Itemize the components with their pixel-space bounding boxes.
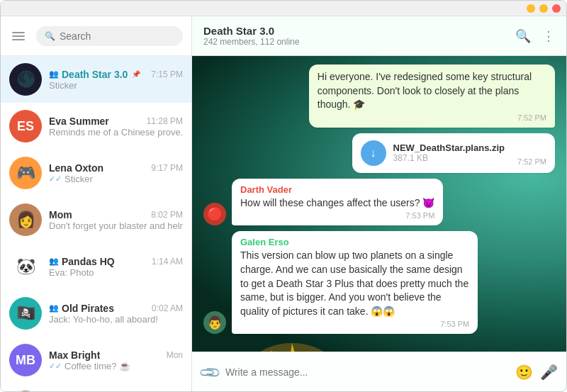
- maximize-button[interactable]: [539, 4, 548, 13]
- file-info: NEW_DeathStar.plans.zip 387.1 KB: [393, 142, 505, 163]
- chat-info: Eva Summer 11:28 PM Reminds me of a Chin…: [49, 116, 183, 138]
- chat-item[interactable]: ES Eva Summer 11:28 PM Reminds me of a C…: [1, 103, 191, 150]
- search-box[interactable]: 🔍: [36, 26, 183, 46]
- chat-name: Max Bright: [49, 349, 100, 361]
- search-header-icon[interactable]: 🔍: [515, 28, 531, 44]
- chat-top: 👥Pandas HQ 1:14 AM: [49, 256, 183, 267]
- search-icon: 🔍: [45, 31, 55, 41]
- avatar: MB: [9, 344, 42, 376]
- chat-item[interactable]: 🎮 Lena Oxton 9:17 PM ✓✓ Sticker: [1, 150, 191, 196]
- file-size: 387.1 KB: [393, 153, 505, 163]
- chat-header-actions: 🔍 ⋮: [515, 28, 555, 44]
- avatar: 🌑: [9, 63, 42, 96]
- file-bubble: ↓ NEW_DeathStar.plans.zip 387.1 KB 7:52 …: [352, 133, 555, 173]
- chat-top: Eva Summer 11:28 PM: [49, 116, 183, 127]
- avatar: 🏴‍☠️: [9, 297, 42, 330]
- chat-name: Lena Oxton: [49, 162, 103, 174]
- attach-icon[interactable]: 📎: [197, 359, 222, 384]
- message-input[interactable]: [225, 366, 508, 378]
- chat-time: 1:14 AM: [152, 257, 183, 267]
- message-text: This version can blow up two planets on …: [240, 249, 469, 318]
- chat-top: Mom 8:02 PM: [49, 209, 183, 220]
- chat-header-info: Death Star 3.0 242 members, 112 online: [203, 25, 507, 47]
- app-container: 🔍 🌑 👥Death Star 3.0📌 7:15 PM Sticker ES …: [1, 16, 566, 391]
- chat-info: 👥Death Star 3.0📌 7:15 PM Sticker: [49, 69, 183, 91]
- group-icon: 👥: [49, 303, 59, 313]
- menu-icon[interactable]: [9, 29, 28, 43]
- message-time: 7:52 PM: [517, 157, 546, 166]
- file-name: NEW_DeathStar.plans.zip: [393, 142, 505, 153]
- chat-item[interactable]: 🏴‍☠️ 👥Old Pirates 0:02 AM Jack: Yo-ho-ho…: [1, 290, 191, 337]
- chat-preview: Eva: Photo: [49, 267, 183, 278]
- chat-name: 👥Pandas HQ: [49, 256, 115, 267]
- chat-time: 8:02 PM: [151, 210, 183, 220]
- chat-name: Mom: [49, 209, 72, 220]
- chat-item[interactable]: 👩 Mom 8:02 PM Don't forget your blaster …: [1, 196, 191, 243]
- chat-item[interactable]: 🐼 👥Pandas HQ 1:14 AM Eva: Photo: [1, 243, 191, 290]
- chat-preview: Jack: Yo-ho-ho, all aboard!: [49, 314, 183, 325]
- message-time: 7:53 PM: [240, 320, 469, 328]
- chat-preview: ✓✓ Coffee time? ☕: [49, 361, 183, 371]
- menu-line: [12, 35, 25, 37]
- chat-time: 0:02 AM: [152, 303, 183, 313]
- chat-name: Eva Summer: [49, 116, 109, 127]
- chat-preview: ✓✓ Sticker: [49, 174, 183, 184]
- message-row: 👨 Galen Erso This version can blow up tw…: [203, 231, 555, 334]
- chat-time: 7:15 PM: [151, 69, 183, 79]
- title-bar-controls: [527, 4, 561, 13]
- chat-info: Max Bright Mon ✓✓ Coffee time? ☕: [49, 349, 183, 371]
- mic-icon[interactable]: 🎤: [540, 364, 558, 381]
- message-bubble: Darth Vader How will these changes affec…: [232, 179, 443, 226]
- avatar: 🐼: [9, 250, 42, 283]
- message-bubble: Galen Erso This version can blow up two …: [232, 231, 478, 334]
- sticker-bubble: [232, 340, 352, 352]
- menu-line: [12, 32, 25, 33]
- message-time: 7:53 PM: [240, 211, 434, 220]
- message-row: Hi everyone. I've redesigned some key st…: [203, 65, 555, 128]
- message-sender: Galen Erso: [240, 237, 469, 247]
- avatar: 👤: [9, 391, 42, 391]
- chat-top: 👥Old Pirates 0:02 AM: [49, 303, 183, 314]
- chat-name: 👥Death Star 3.0📌: [49, 69, 140, 80]
- pin-icon: 📌: [132, 70, 140, 78]
- menu-line: [12, 39, 25, 40]
- chat-time: 11:28 PM: [147, 116, 183, 126]
- window-frame: 🔍 🌑 👥Death Star 3.0📌 7:15 PM Sticker ES …: [0, 0, 567, 392]
- minimize-button[interactable]: [527, 4, 535, 13]
- chat-info: 👥Pandas HQ 1:14 AM Eva: Photo: [49, 256, 183, 278]
- chat-top: Lena Oxton 9:17 PM: [49, 162, 183, 174]
- chat-item[interactable]: 🌑 👥Death Star 3.0📌 7:15 PM Sticker: [1, 56, 191, 103]
- avatar: 🎮: [9, 157, 42, 189]
- title-bar: [1, 1, 566, 16]
- chat-list: 🌑 👥Death Star 3.0📌 7:15 PM Sticker ES Ev…: [1, 56, 191, 391]
- download-button[interactable]: ↓: [361, 140, 386, 166]
- chat-top: 👥Death Star 3.0📌 7:15 PM: [49, 69, 183, 80]
- read-check: ✓✓: [49, 174, 62, 184]
- chat-info: Lena Oxton 9:17 PM ✓✓ Sticker: [49, 162, 183, 184]
- chat-item[interactable]: MB Max Bright Mon ✓✓ Coffee time? ☕: [1, 337, 191, 383]
- chat-time: Mon: [167, 350, 183, 360]
- message-time: 7:52 PM: [318, 113, 546, 122]
- message-sender: Darth Vader: [240, 184, 434, 195]
- more-options-icon[interactable]: ⋮: [542, 28, 555, 44]
- chat-item[interactable]: 👤 Lee Mon We can call it Galaxy Star 7 ;…: [1, 383, 191, 391]
- chat-info: Mom 8:02 PM Don't forget your blaster an…: [49, 209, 183, 231]
- chat-header-name: Death Star 3.0: [203, 25, 507, 37]
- chat-name: 👥Old Pirates: [49, 303, 114, 314]
- close-button[interactable]: [552, 4, 561, 13]
- sender-avatar: 👨: [203, 311, 226, 334]
- messages-area: Hi everyone. I've redesigned some key st…: [192, 56, 566, 352]
- emoji-icon[interactable]: 🙂: [515, 364, 533, 381]
- search-input[interactable]: [60, 30, 174, 42]
- read-check: ✓✓: [49, 362, 62, 371]
- message-row: 🔴 Darth Vader How will these changes aff…: [203, 179, 555, 226]
- sticker-image: [232, 340, 352, 352]
- chat-preview: Reminds me of a Chinese prove...2: [49, 127, 183, 138]
- chat-preview: Sticker: [49, 80, 183, 91]
- sidebar-header: 🔍: [1, 16, 191, 56]
- chat-info: 👥Old Pirates 0:02 AM Jack: Yo-ho-ho, all…: [49, 303, 183, 325]
- sender-avatar: 🔴: [203, 203, 226, 225]
- avatar: ES: [9, 110, 42, 142]
- input-area: 📎 🙂 🎤: [192, 352, 566, 391]
- group-icon: 👥: [49, 257, 59, 266]
